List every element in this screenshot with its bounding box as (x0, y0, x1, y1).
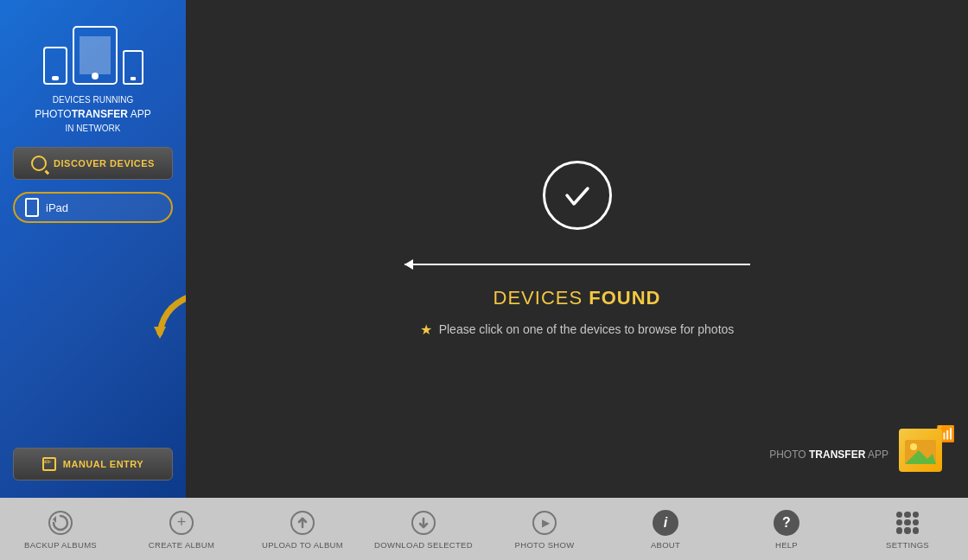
content-area: DEVICES FOUND ★ Please click on one of t… (186, 0, 968, 498)
main-area: DEVICES RUNNING PHOTOTRANSFER APP IN NET… (0, 0, 968, 498)
settings-grid-icon (895, 510, 920, 536)
check-area (543, 161, 612, 239)
manual-button-label: MANUAL ENTRY (63, 459, 143, 469)
settings-label: SETTINGS (886, 540, 929, 550)
toolbar-help[interactable]: ? HELP (726, 498, 847, 560)
star-icon: ★ (420, 321, 432, 338)
bottom-logo: PHOTO TRANSFER APP 📶 (769, 429, 951, 480)
device-phone-left-icon (43, 47, 67, 85)
toolbar-photo-show[interactable]: ▶ PHOTO SHOW (484, 498, 605, 560)
ipad-icon (25, 198, 39, 217)
toolbar-create-album[interactable]: + CREATE ALBUM (121, 498, 242, 560)
help-icon: ? (773, 509, 800, 537)
toolbar-download-selected[interactable]: DOWNLOAD SELECTED (363, 498, 484, 560)
devices-icon-area (43, 26, 143, 85)
backup-circle-icon (48, 511, 73, 535)
download-selected-label: DOWNLOAD SELECTED (374, 540, 473, 550)
backup-albums-icon (47, 509, 74, 537)
logo-text: PHOTO TRANSFER APP (769, 449, 888, 461)
manual-entry-button[interactable]: MANUAL ENTRY (13, 448, 173, 480)
device-tablet-icon (73, 26, 118, 85)
create-album-label: CREATE ALBUM (149, 540, 214, 550)
play-circle-icon: ▶ (532, 511, 557, 535)
help-label: HELP (775, 540, 798, 550)
check-circle-icon (543, 161, 612, 230)
toolbar: BACKUP ALBUMS + CREATE ALBUM UPLOAD TO A… (0, 498, 968, 560)
download-arrow-icon (411, 511, 436, 535)
upload-arrow-icon (290, 511, 315, 535)
devices-found-arrow (404, 256, 750, 273)
download-selected-icon (410, 509, 437, 537)
about-label: ABOUT (651, 540, 680, 550)
device-phone-right-icon (123, 50, 143, 85)
photo-show-label: PHOTO SHOW (515, 540, 575, 550)
manual-entry-icon (42, 457, 56, 471)
help-circle-icon: ? (774, 510, 799, 536)
toolbar-backup-albums[interactable]: BACKUP ALBUMS (0, 498, 121, 560)
sidebar: DEVICES RUNNING PHOTOTRANSFER APP IN NET… (0, 0, 186, 498)
ipad-device-item[interactable]: iPad (13, 192, 173, 223)
devices-found-title: DEVICES FOUND (494, 287, 661, 309)
search-icon (31, 156, 47, 171)
toolbar-settings[interactable]: SETTINGS (847, 498, 968, 560)
toolbar-about[interactable]: i ABOUT (605, 498, 726, 560)
plus-circle-icon: + (169, 511, 194, 535)
settings-icon (894, 509, 921, 537)
svg-marker-4 (53, 516, 56, 523)
svg-marker-0 (154, 327, 166, 339)
photo-show-icon: ▶ (531, 509, 558, 537)
svg-point-2 (910, 443, 917, 450)
backup-albums-label: BACKUP ALBUMS (24, 540, 97, 550)
toolbar-upload-to-album[interactable]: UPLOAD TO ALBUM (242, 498, 363, 560)
upload-to-album-icon (289, 509, 316, 537)
instruction-text: ★ Please click on one of the devices to … (420, 321, 735, 338)
info-circle-icon: i (653, 510, 678, 536)
sidebar-title: DEVICES RUNNING PHOTOTRANSFER APP IN NET… (35, 93, 150, 135)
photo-transfer-logo-icon: 📶 (899, 429, 951, 480)
upload-to-album-label: UPLOAD TO ALBUM (262, 540, 343, 550)
discover-button-label: DISCOVER DEVICES (54, 158, 155, 169)
photo-stack-icon (899, 429, 942, 472)
create-album-icon: + (168, 509, 195, 537)
ipad-label: iPad (46, 201, 68, 214)
about-icon: i (652, 509, 679, 537)
discover-devices-button[interactable]: DISCOVER DEVICES (13, 147, 173, 180)
